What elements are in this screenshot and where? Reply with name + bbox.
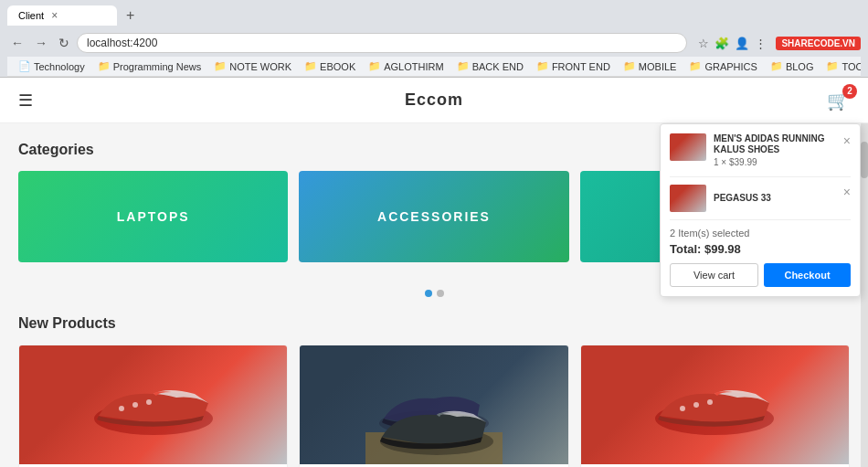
products-section: New Products (18, 315, 850, 467)
product-image-2 (300, 345, 567, 464)
folder-icon: 📁 (304, 60, 317, 72)
cart-item-1-info: MEN'S ADIDAS RUNNING KALUS SHOES 1 × $39… (714, 133, 851, 167)
cart-item-2-image (670, 185, 706, 212)
profile-icon[interactable]: 👤 (735, 37, 749, 50)
checkout-button[interactable]: Checkout (764, 263, 851, 287)
products-title: New Products (18, 315, 850, 332)
hamburger-menu-button[interactable]: ☰ (18, 90, 33, 111)
svg-point-8 (680, 406, 685, 411)
menu-icon[interactable]: ⋮ (755, 37, 767, 50)
bookmark-graphics[interactable]: 📁 GRAPHICS (685, 59, 760, 73)
address-bar[interactable]: localhost:4200 (77, 33, 687, 53)
folder-icon: 📁 (457, 60, 470, 72)
cart-button[interactable]: 🛒 2 (827, 90, 850, 111)
product-image-1 (19, 345, 287, 464)
tab-bar: Client × + (7, 5, 861, 26)
cart-divider-2 (670, 219, 851, 220)
cart-item-1-remove-button[interactable]: × (843, 133, 851, 148)
svg-point-1 (119, 406, 124, 411)
product-card-1[interactable]: PEGASUS 33 RUNNING SHOES FOR MEN $59.99 … (18, 345, 288, 467)
bookmark-icon: 📄 (18, 60, 31, 72)
tab-title: Client (18, 10, 44, 21)
cart-item-2-name: PEGASUS 33 (714, 193, 851, 204)
folder-icon: 📁 (770, 60, 783, 72)
cart-item-1-qty: 1 × $39.99 (714, 157, 851, 167)
extensions-icon[interactable]: 🧩 (715, 37, 729, 50)
folder-icon: 📁 (536, 60, 549, 72)
cart-summary: 2 Item(s) selected (670, 228, 851, 239)
bookmarks-bar: 📄 Technology 📁 Programming News 📁 NOTE W… (7, 57, 861, 77)
bookmark-front-end[interactable]: 📁 FRONT END (533, 59, 614, 73)
product-card-3[interactable]: PEGASUS 33 RUNNING SHOES FOR MEN $59.99 … (580, 345, 850, 467)
bookmark-note-work[interactable]: 📁 NOTE WORK (210, 59, 295, 73)
products-grid: PEGASUS 33 RUNNING SHOES FOR MEN $59.99 … (18, 345, 850, 467)
sharecode-logo: SHARECODE.VN (776, 37, 861, 50)
app-title: Eccom (405, 90, 463, 110)
browser-chrome: Client × + ← → ↻ localhost:4200 ☆ 🧩 👤 ⋮ … (0, 0, 868, 78)
folder-icon: 📁 (623, 60, 636, 72)
category-laptops[interactable]: LAPTOPS (18, 171, 288, 262)
category-accessories-label: ACCESSORIES (377, 209, 491, 224)
carousel-dot-2[interactable] (437, 290, 444, 297)
svg-point-3 (146, 399, 152, 405)
folder-icon: 📁 (98, 60, 111, 72)
category-accessories[interactable]: ACCESSORIES (299, 171, 568, 262)
cart-item-2: PEGASUS 33 × (670, 185, 851, 212)
svg-point-9 (693, 402, 699, 408)
category-laptops-label: LAPTOPS (117, 209, 190, 224)
back-button[interactable]: ← (7, 34, 27, 52)
carousel-dot-1[interactable] (425, 290, 432, 297)
cart-item-2-info: PEGASUS 33 (714, 193, 851, 204)
tab-close-button[interactable]: × (51, 9, 58, 22)
bookmark-programming-news[interactable]: 📁 Programming News (94, 59, 206, 73)
cart-item-1: MEN'S ADIDAS RUNNING KALUS SHOES 1 × $39… (670, 133, 851, 167)
scroll-thumb[interactable] (861, 142, 868, 178)
cart-total: Total: $99.98 (670, 242, 851, 256)
folder-icon: 📁 (214, 60, 227, 72)
bookmark-aglothirm[interactable]: 📁 AGLOTHIRM (365, 59, 447, 73)
product-image-3 (581, 345, 849, 464)
scrollbar[interactable] (861, 123, 868, 467)
app-header: ☰ Eccom 🛒 2 (0, 78, 868, 123)
browser-controls: ← → ↻ localhost:4200 ☆ 🧩 👤 ⋮ SHARECODE.V… (7, 29, 861, 57)
cart-actions: View cart Checkout (670, 263, 851, 287)
bookmark-tools[interactable]: 📁 TOOLS (822, 59, 861, 73)
cart-item-2-remove-button[interactable]: × (843, 185, 851, 199)
reload-button[interactable]: ↻ (55, 34, 73, 52)
cart-dropdown: MEN'S ADIDAS RUNNING KALUS SHOES 1 × $39… (660, 123, 861, 297)
bookmark-star-icon[interactable]: ☆ (698, 37, 709, 50)
bookmark-back-end[interactable]: 📁 BACK END (453, 59, 527, 73)
bookmark-blog[interactable]: 📁 BLOG (767, 59, 818, 73)
svg-point-2 (132, 402, 138, 408)
main-content: Categories LAPTOPS ACCESSORIES CAMERAS N… (0, 123, 868, 467)
bookmark-mobile[interactable]: 📁 MOBILE (619, 59, 681, 73)
cart-item-1-image (670, 133, 706, 161)
folder-icon: 📁 (689, 60, 702, 72)
browser-toolbar-icons: ☆ 🧩 👤 ⋮ SHARECODE.VN (698, 37, 861, 50)
cart-divider (670, 176, 851, 177)
product-card-2[interactable]: MEN'S ADIDAS RUNNING KALUS SHOES $39.99 … (299, 345, 568, 467)
address-text: localhost:4200 (87, 37, 157, 49)
cart-badge: 2 (842, 84, 857, 99)
svg-point-10 (707, 399, 713, 405)
forward-button[interactable]: → (31, 34, 51, 52)
cart-item-1-name: MEN'S ADIDAS RUNNING KALUS SHOES (714, 133, 851, 155)
new-tab-button[interactable]: + (121, 5, 140, 26)
folder-icon: 📁 (826, 60, 839, 72)
browser-tab[interactable]: Client × (7, 5, 117, 26)
view-cart-button[interactable]: View cart (670, 263, 758, 287)
bookmark-technology[interactable]: 📄 Technology (15, 59, 89, 73)
folder-icon: 📁 (368, 60, 381, 72)
bookmark-ebook[interactable]: 📁 EBOOK (301, 59, 359, 73)
